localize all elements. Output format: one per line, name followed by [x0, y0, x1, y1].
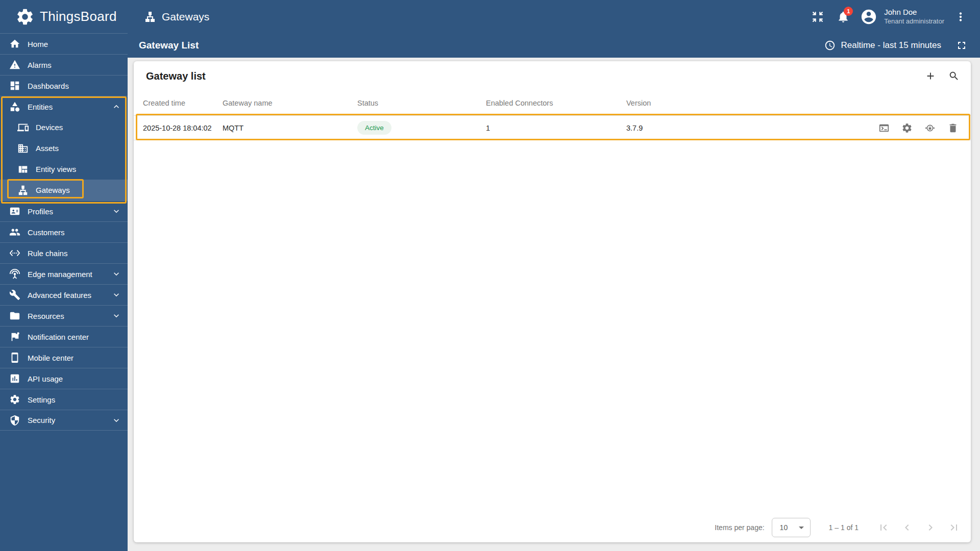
- sidebar-item-label: Notification center: [28, 333, 121, 341]
- sidebar-item-label: Rule chains: [28, 249, 121, 258]
- brand-name: ThingsBoard: [40, 9, 117, 24]
- badge-icon: [9, 206, 20, 217]
- paginator: Items per page: 10 1 – 1 of 1: [134, 513, 971, 542]
- gear-icon: [9, 394, 20, 405]
- account-circle-icon: [860, 8, 877, 26]
- dashboard-grid-icon: [9, 80, 20, 91]
- more-menu-button[interactable]: [949, 6, 972, 28]
- sidebar-item-dashboards[interactable]: Dashboards: [0, 75, 128, 96]
- manage-credentials-button[interactable]: [924, 122, 936, 134]
- column-header-created-time[interactable]: Created time: [143, 99, 223, 107]
- cell-gateway-name: MQTT: [223, 124, 357, 132]
- view-quilt-icon: [17, 164, 29, 175]
- table-empty-space: [134, 140, 971, 513]
- flag-icon: [9, 331, 20, 342]
- sidebar-item-label: Home: [28, 40, 121, 48]
- home-icon: [9, 38, 20, 49]
- building-icon: [17, 143, 29, 154]
- bar-chart-icon: [9, 373, 20, 384]
- search-button[interactable]: [947, 69, 961, 83]
- sidebar-nav: Home Alarms Dashboards Entities Devices …: [0, 33, 128, 551]
- collapse-view-button[interactable]: [806, 6, 829, 28]
- thingsboard-logo-icon: [15, 7, 35, 27]
- sidebar-item-entity-views[interactable]: Entity views: [0, 159, 128, 180]
- sidebar-item-home[interactable]: Home: [0, 33, 128, 54]
- gateway-terminal-button[interactable]: [878, 122, 890, 134]
- chevron-down-icon: [111, 415, 121, 425]
- notifications-button[interactable]: 1: [832, 6, 854, 28]
- page-toolbar-title: Gateway List: [139, 40, 199, 51]
- brand[interactable]: ThingsBoard: [0, 7, 128, 27]
- sidebar-item-label: Alarms: [28, 61, 121, 69]
- sidebar-item-advanced-features[interactable]: Advanced features: [0, 284, 128, 305]
- next-page-button[interactable]: [919, 516, 942, 539]
- column-header-enabled-connectors[interactable]: Enabled Connectors: [486, 99, 626, 107]
- gateway-list-card: Gateway list Created time Gateway name S…: [134, 61, 971, 542]
- status-badge: Active: [357, 121, 391, 135]
- main-content: Gateway list Created time Gateway name S…: [128, 58, 980, 551]
- lan-icon: [144, 11, 156, 23]
- previous-page-button[interactable]: [895, 516, 919, 539]
- tools-icon: [9, 289, 20, 300]
- fullscreen-button[interactable]: [951, 35, 972, 56]
- sidebar-item-settings[interactable]: Settings: [0, 389, 128, 410]
- trash-icon: [947, 122, 959, 134]
- sidebar-item-gateways[interactable]: Gateways: [0, 180, 128, 201]
- sidebar-item-api-usage[interactable]: API usage: [0, 368, 128, 389]
- table-row[interactable]: 2025-10-28 18:04:02 MQTT Active 1 3.7.9: [134, 116, 971, 140]
- sidebar-item-profiles[interactable]: Profiles: [0, 201, 128, 221]
- antenna-icon: [9, 268, 20, 280]
- column-header-status[interactable]: Status: [357, 99, 486, 107]
- sidebar-item-label: Entity views: [36, 165, 121, 173]
- sidebar-item-devices[interactable]: Devices: [0, 117, 128, 138]
- sidebar-item-label: Entities: [28, 103, 104, 111]
- last-page-button[interactable]: [942, 516, 966, 539]
- timewindow-button[interactable]: Realtime - last 15 minutes: [824, 40, 941, 51]
- sidebar-item-customers[interactable]: Customers: [0, 221, 128, 242]
- chevron-left-icon: [901, 521, 913, 534]
- sidebar-item-label: Edge management: [28, 270, 104, 279]
- more-vert-icon: [954, 10, 967, 23]
- add-gateway-button[interactable]: [924, 69, 937, 83]
- sidebar-item-label: Advanced features: [28, 291, 104, 299]
- sidebar-item-edge-management[interactable]: Edge management: [0, 263, 128, 284]
- people-icon: [9, 227, 20, 238]
- sidebar-item-rule-chains[interactable]: Rule chains: [0, 242, 128, 263]
- clock-icon: [824, 40, 836, 51]
- items-per-page-select[interactable]: 10: [772, 518, 811, 537]
- sidebar-item-label: Customers: [28, 228, 121, 237]
- folder-icon: [9, 310, 20, 321]
- row-actions: [878, 122, 959, 134]
- top-app-bar: ThingsBoard Gateways 1 John Doe Tenant a…: [0, 0, 980, 33]
- delete-gateway-button[interactable]: [947, 122, 959, 134]
- sidebar-item-alarms[interactable]: Alarms: [0, 54, 128, 75]
- fullscreen-icon: [955, 39, 968, 52]
- smartphone-icon: [9, 352, 20, 363]
- chevron-down-icon: [111, 206, 121, 216]
- sidebar-item-assets[interactable]: Assets: [0, 138, 128, 159]
- sidebar-item-security[interactable]: Security: [0, 410, 128, 431]
- first-page-button[interactable]: [872, 516, 895, 539]
- compress-icon: [811, 10, 824, 23]
- chevron-down-icon: [111, 290, 121, 300]
- sidebar-item-label: Gateways: [36, 186, 121, 194]
- user-avatar-button[interactable]: [857, 6, 880, 28]
- cell-created-time: 2025-10-28 18:04:02: [143, 124, 223, 132]
- gateway-configuration-button[interactable]: [901, 122, 913, 134]
- user-info: John Doe Tenant administrator: [884, 7, 944, 26]
- column-header-version[interactable]: Version: [626, 99, 851, 107]
- devices-icon: [17, 122, 29, 133]
- sidebar-group-entities: Entities Devices Assets Entity views Gat…: [0, 96, 128, 201]
- column-header-gateway-name[interactable]: Gateway name: [223, 99, 357, 107]
- sidebar-item-label: Security: [28, 416, 104, 424]
- sidebar-item-notification-center[interactable]: Notification center: [0, 326, 128, 347]
- sidebar-item-label: Resources: [28, 312, 104, 320]
- sidebar-item-label: Dashboards: [28, 82, 121, 90]
- sidebar-item-mobile-center[interactable]: Mobile center: [0, 347, 128, 368]
- last-page-icon: [948, 521, 960, 534]
- cell-enabled-connectors: 1: [486, 124, 626, 132]
- sidebar-item-entities[interactable]: Entities: [0, 96, 128, 117]
- timewindow-label: Realtime - last 15 minutes: [841, 40, 941, 51]
- items-per-page-value: 10: [780, 523, 788, 532]
- sidebar-item-resources[interactable]: Resources: [0, 305, 128, 326]
